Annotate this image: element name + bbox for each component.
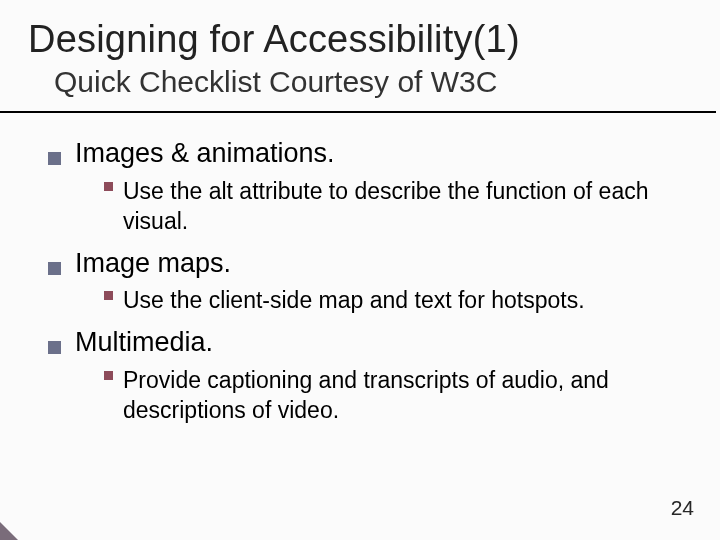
bullet-square-small-icon (104, 371, 113, 380)
sub-list-item: Use the client-side map and text for hot… (48, 286, 690, 316)
corner-decoration-icon (0, 522, 18, 540)
list-item: Images & animations. Use the alt attribu… (48, 137, 690, 237)
sub-list-item: Provide captioning and transcripts of au… (48, 366, 690, 426)
page-number: 24 (671, 496, 694, 520)
list-item: Image maps. Use the client-side map and … (48, 247, 690, 317)
bullet-square-small-icon (104, 182, 113, 191)
bullet-square-icon (48, 262, 61, 275)
slide-content: Images & animations. Use the alt attribu… (0, 113, 720, 426)
slide: Designing for Accessibility(1) Quick Che… (0, 0, 720, 540)
sub-list-item-text: Provide captioning and transcripts of au… (123, 366, 683, 426)
bullet-square-small-icon (104, 291, 113, 300)
list-item-heading: Multimedia. (75, 326, 213, 360)
list-item-heading: Image maps. (75, 247, 231, 281)
list-item: Multimedia. Provide captioning and trans… (48, 326, 690, 426)
sub-list-item-text: Use the client-side map and text for hot… (123, 286, 585, 316)
bullet-square-icon (48, 341, 61, 354)
slide-title: Designing for Accessibility(1) (0, 0, 720, 65)
sub-list-item-text: Use the alt attribute to describe the fu… (123, 177, 683, 237)
slide-subtitle: Quick Checklist Courtesy of W3C (0, 65, 716, 113)
sub-list-item: Use the alt attribute to describe the fu… (48, 177, 690, 237)
bullet-square-icon (48, 152, 61, 165)
list-item-heading: Images & animations. (75, 137, 335, 171)
